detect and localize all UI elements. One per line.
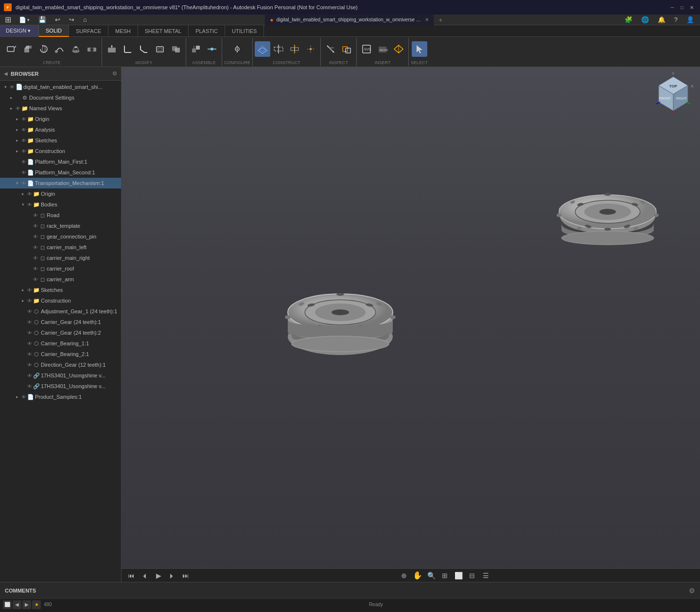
tab-sheet-metal[interactable]: SHEET METAL bbox=[138, 25, 189, 37]
tree-item[interactable]: 👁 ⬡ Carrier_Gear (24 teeth):1 bbox=[0, 317, 121, 327]
minimize-button[interactable]: ─ bbox=[668, 3, 677, 12]
tree-arrow[interactable]: ▸ bbox=[19, 287, 26, 293]
sweep-tool[interactable] bbox=[52, 41, 68, 57]
tree-arrow[interactable]: ▸ bbox=[8, 105, 15, 112]
tree-arrow[interactable]: ▸ bbox=[19, 190, 26, 197]
extrude-tool[interactable] bbox=[20, 41, 35, 57]
help-button[interactable]: ? bbox=[670, 15, 682, 24]
tree-item[interactable]: 👁 ◻ carrier_arm bbox=[0, 274, 121, 285]
home-button[interactable]: ⌂ bbox=[79, 15, 91, 24]
tree-item[interactable]: 👁 ⬡ Carrier_Bearing_2:1 bbox=[0, 349, 121, 359]
tree-arrow[interactable] bbox=[19, 340, 26, 347]
select-tool[interactable] bbox=[412, 41, 427, 57]
tree-arrow[interactable]: ▾ bbox=[14, 180, 20, 187]
tree-eye-icon[interactable]: 👁 bbox=[32, 255, 39, 261]
tree-item[interactable]: ▸ 👁 📁 Analysis bbox=[0, 124, 121, 135]
orbit-tool[interactable]: ⊕ bbox=[398, 570, 410, 581]
status-icon-1[interactable]: ⬜ bbox=[3, 600, 12, 609]
tree-eye-icon[interactable]: 👁 bbox=[26, 201, 33, 208]
tree-eye-icon[interactable]: 👁 bbox=[26, 340, 33, 347]
tab-solid[interactable]: SOLID bbox=[39, 25, 69, 37]
tree-arrow[interactable]: ▸ bbox=[14, 116, 20, 122]
tree-arrow[interactable]: ▾ bbox=[2, 84, 9, 90]
tree-eye-icon[interactable]: 👁 bbox=[20, 116, 27, 122]
tree-eye-icon[interactable]: 👁 bbox=[20, 393, 27, 400]
tree-item[interactable]: ▸ 👁 📁 Construction bbox=[0, 295, 121, 306]
app-grid-icon[interactable]: ⊞ bbox=[2, 15, 14, 24]
save-button[interactable]: 💾 bbox=[35, 15, 50, 24]
joint-tool[interactable] bbox=[204, 41, 220, 57]
close-button[interactable]: ✕ bbox=[687, 3, 696, 12]
tree-item[interactable]: 👁 ⬡ Direction_Gear (12 teeth):1 bbox=[0, 359, 121, 370]
section-analysis-tool[interactable]: ⬜ bbox=[453, 570, 464, 581]
tree-eye-icon[interactable]: 👁 bbox=[20, 180, 27, 187]
tree-eye-icon[interactable]: 👁 bbox=[26, 319, 33, 325]
tree-arrow[interactable] bbox=[25, 276, 32, 283]
new-tab-button[interactable]: + bbox=[435, 14, 446, 26]
tree-eye-icon[interactable]: 👁 bbox=[26, 287, 33, 293]
tree-eye-icon[interactable]: 👁 bbox=[32, 265, 39, 272]
tree-arrow[interactable]: ▸ bbox=[19, 297, 26, 304]
browser-collapse-icon[interactable]: ◀ bbox=[4, 71, 8, 76]
comments-settings-icon[interactable]: ⚙ bbox=[689, 587, 695, 595]
display-settings-tool[interactable]: ☰ bbox=[480, 570, 491, 581]
tree-area[interactable]: ▾ 👁 📄 digital_twin_enabled_smart_shi... … bbox=[0, 81, 121, 582]
tree-item[interactable]: ▸ 👁 📁 Construction bbox=[0, 146, 121, 156]
status-icon-4[interactable]: ★ bbox=[32, 600, 41, 609]
status-icon-2[interactable]: ◀ bbox=[13, 600, 21, 609]
tree-item[interactable]: ▸ 👁 📁 Named Views bbox=[0, 103, 121, 114]
insert-decal-tool[interactable] bbox=[391, 41, 406, 57]
tree-arrow[interactable] bbox=[19, 308, 26, 315]
tree-item[interactable]: 👁 ◻ rack_template bbox=[0, 221, 121, 231]
viewcube[interactable]: TOP RIGHT FRONT Y X bbox=[651, 72, 695, 116]
tree-eye-icon[interactable]: 👁 bbox=[26, 308, 33, 315]
nav-play[interactable]: ▶ bbox=[153, 570, 164, 581]
tree-item[interactable]: ▸ ⚙ Document Settings bbox=[0, 92, 121, 103]
tree-item[interactable]: 👁 📄 Platform_Main_Second:1 bbox=[0, 167, 121, 178]
tree-eye-icon[interactable]: 👁 bbox=[32, 222, 39, 229]
tree-item[interactable]: ▸ 👁 📁 Sketches bbox=[0, 135, 121, 146]
measure-tool[interactable]: mm bbox=[323, 41, 338, 57]
press-pull-tool[interactable] bbox=[104, 41, 120, 57]
grid-snap-tool[interactable]: ⊟ bbox=[466, 570, 478, 581]
tree-arrow[interactable] bbox=[19, 319, 26, 325]
tree-item[interactable]: ▸ 👁 📁 Sketches bbox=[0, 285, 121, 295]
tree-item[interactable]: 👁 ⬡ Carrier_Gear (24 teeth):2 bbox=[0, 327, 121, 338]
tree-item[interactable]: ▸ 👁 📁 Origin bbox=[0, 188, 121, 199]
tree-eye-icon[interactable]: 👁 bbox=[26, 361, 33, 368]
shell-tool[interactable] bbox=[152, 41, 168, 57]
tab-mesh[interactable]: MESH bbox=[108, 25, 138, 37]
tree-item[interactable]: ▾ 👁 📁 Bodies bbox=[0, 199, 121, 210]
insert-mcad-tool[interactable]: MCAD bbox=[375, 41, 390, 57]
new-button[interactable]: 📄▾ bbox=[15, 16, 34, 24]
maximize-button[interactable]: □ bbox=[678, 3, 686, 12]
viewport[interactable]: TOP RIGHT FRONT Y X ⏮ ⏴ ▶ ⏵ ⏭ ⊕ ✋ 🔍 bbox=[122, 67, 700, 582]
notifications-button[interactable]: 🔔 bbox=[654, 15, 669, 24]
revolve-tool[interactable] bbox=[36, 41, 52, 57]
hole-tool[interactable] bbox=[84, 41, 100, 57]
fillet-tool[interactable] bbox=[120, 41, 136, 57]
tree-eye-icon[interactable]: 👁 bbox=[20, 148, 27, 154]
point-tool[interactable] bbox=[303, 41, 318, 57]
nav-frame-end[interactable]: ⏭ bbox=[180, 570, 192, 581]
tree-eye-icon[interactable]: 👁 bbox=[26, 372, 33, 379]
tree-item[interactable]: 👁 ◻ carrier_main_left bbox=[0, 242, 121, 253]
tree-item[interactable]: 👁 🔗 17HS3401_Usongshine v... bbox=[0, 370, 121, 381]
tree-item[interactable]: 👁 🔗 17HS3401_Usongshine v... bbox=[0, 381, 121, 391]
tree-eye-icon[interactable]: 👁 bbox=[32, 233, 39, 240]
nav-step-back[interactable]: ⏴ bbox=[139, 570, 151, 581]
tree-eye-icon[interactable]: 👁 bbox=[26, 190, 33, 197]
new-component-tool[interactable] bbox=[188, 41, 204, 57]
tab-plastic[interactable]: PLASTIC bbox=[189, 25, 225, 37]
account-button[interactable]: 👤 bbox=[682, 15, 698, 24]
extensions-button[interactable]: 🧩 bbox=[621, 15, 636, 24]
tree-eye-icon[interactable]: 👁 bbox=[26, 297, 33, 304]
tree-arrow[interactable] bbox=[25, 222, 32, 229]
tree-arrow[interactable]: ▾ bbox=[19, 201, 26, 208]
tree-eye-icon[interactable]: 👁 bbox=[32, 212, 39, 219]
tree-eye-icon[interactable]: 👁 bbox=[26, 383, 33, 390]
tree-arrow[interactable] bbox=[19, 351, 26, 357]
tab-close-icon[interactable]: ✕ bbox=[425, 17, 429, 22]
tree-item[interactable]: 👁 ◻ carrier_roof bbox=[0, 263, 121, 274]
nav-frame-start[interactable]: ⏮ bbox=[125, 570, 137, 581]
